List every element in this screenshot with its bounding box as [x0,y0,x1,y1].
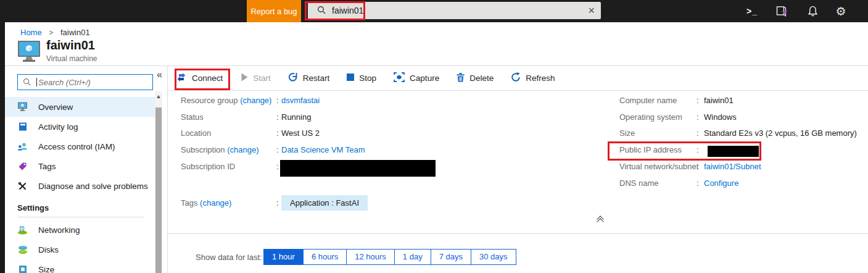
start-button[interactable]: Start [241,73,271,83]
sidebar-collapse-icon[interactable]: « [157,69,162,80]
text-caret [36,78,37,86]
row-label: Resource group [181,96,238,105]
separator: : [696,96,699,105]
connect-button[interactable]: Connect [176,73,223,83]
command-toolbar: Connect Start Restart [168,66,868,91]
sidebar-menu: Overview Activity log [5,97,155,273]
restart-icon [288,72,298,84]
settings-gear-icon[interactable]: ⚙ [829,0,853,22]
sidebar-item-overview[interactable]: Overview [5,97,155,117]
cloud-shell-icon[interactable]: >_ [740,0,764,22]
restart-button[interactable]: Restart [288,72,330,84]
search-icon [23,77,31,88]
delete-trash-icon [457,73,465,84]
subscription-id-redaction [280,160,436,177]
range-7-days[interactable]: 7 days [431,249,471,265]
range-1-day[interactable]: 1 day [394,249,431,265]
report-a-bug-button[interactable]: Report a bug [247,0,301,22]
virtual-machine-icon [16,40,42,67]
separator: : [696,128,699,138]
breadcrumb-current: faiwin01 [60,28,90,37]
breadcrumb-home-link[interactable]: Home [20,28,42,37]
public-ip-redaction [708,146,759,157]
tag-chip[interactable]: Application : FastAI [281,195,368,211]
capture-icon [394,72,405,84]
row-label: Subscription ID [181,162,235,171]
refresh-button[interactable]: Refresh [511,72,555,84]
sidebar-item-label: Disks [38,245,59,254]
sidebar-item-disks[interactable]: Disks [5,240,155,259]
sidebar-item-activity-log[interactable]: Activity log [5,117,155,136]
clear-search-icon[interactable]: × [588,5,595,16]
global-search-input[interactable]: faiwin01 × [308,2,601,19]
status-row: Status : Running [181,112,204,125]
sidebar-item-size[interactable]: Size [5,259,155,273]
sidebar-item-tags[interactable]: Tags [5,156,155,176]
sidebar-item-label: Access control (IAM) [38,142,115,151]
activity-log-icon [17,122,28,132]
subscription-link[interactable]: Data Science VM Team [281,145,365,154]
row-label: Computer name [619,96,677,105]
networking-icon [17,225,28,235]
sidebar-scrollbar[interactable] [155,91,162,273]
operating-system-row: Operating system : Windows [619,112,682,125]
row-label: Subscription [181,145,225,154]
range-30-days[interactable]: 30 days [471,249,516,265]
resource-group-link[interactable]: dsvmfastai [281,96,320,105]
stop-button[interactable]: Stop [347,74,376,83]
collapse-essentials-icon[interactable] [598,217,603,222]
row-label: DNS name [619,178,659,188]
virtual-network-row: Virtual network/subnet : faiwin01/Subnet [619,162,698,174]
sidebar-search-placeholder: Search (Ctrl+/) [38,78,91,87]
subscription-row: Subscription (change) : Data Science VM … [181,145,258,158]
change-link[interactable]: (change) [227,145,258,154]
page-header: Home > faiwin01 faiwin01 Virtual machine [5,22,868,66]
refresh-icon [511,72,521,84]
range-12-hours[interactable]: 12 hours [346,249,395,265]
separator: : [276,112,279,122]
notifications-bell-icon[interactable] [801,0,824,22]
delete-button[interactable]: Delete [457,73,494,84]
refresh-label: Refresh [526,74,555,83]
row-label: Status [181,112,204,122]
disks-icon [17,245,28,255]
resource-group-row: Resource group (change) : dsvmfastai [181,96,271,108]
scroll-up-icon[interactable] [157,95,160,98]
status-value: Running [281,112,311,122]
row-label: Virtual network/subnet [619,162,698,171]
page-title: faiwin01 [46,38,95,52]
separator: : [276,162,279,171]
connect-icon [176,73,187,83]
separator: : [276,145,279,154]
separator: : [276,128,279,138]
range-6-hours[interactable]: 6 hours [303,249,347,265]
directory-filter-icon[interactable] [771,0,794,22]
sidebar-item-networking[interactable]: Networking [5,220,155,240]
connect-label: Connect [192,74,223,83]
restart-label: Restart [303,74,330,83]
size-row: Size : Standard E2s v3 (2 vcpus, 16 GB m… [619,128,635,141]
sidebar-item-label: Activity log [38,122,78,132]
row-label: Public IP address [619,145,682,154]
sidebar-item-label: Networking [38,225,80,235]
sidebar-search-input[interactable]: Search (Ctrl+/) [17,74,153,90]
change-link[interactable]: (change) [240,96,271,105]
dns-configure-link[interactable]: Configure [704,178,738,188]
dns-name-row: DNS name : Configure [619,178,659,191]
virtual-network-link[interactable]: faiwin01/Subnet [704,162,761,171]
sidebar-item-label: Size [38,265,54,273]
left-edge-strip [0,22,5,273]
sidebar-item-diagnose[interactable]: Diagnose and solve problems [5,176,155,196]
scrollbar-thumb[interactable] [155,107,162,273]
capture-button[interactable]: Capture [394,72,439,84]
change-link[interactable]: (change) [200,198,231,208]
essentials-panel: Resource group (change) : dsvmfastai Sta… [168,91,868,273]
top-bar: Report a bug faiwin01 × >_ ⚙ [0,0,868,22]
computer-name-value: faiwin01 [704,96,734,105]
sidebar-item-access-control[interactable]: Access control (IAM) [5,136,155,156]
breadcrumb-separator: > [49,28,53,37]
range-1-hour[interactable]: 1 hour [263,249,304,265]
separator: : [276,96,279,105]
tag-icon [17,161,28,172]
sidebar-divider [17,217,144,217]
